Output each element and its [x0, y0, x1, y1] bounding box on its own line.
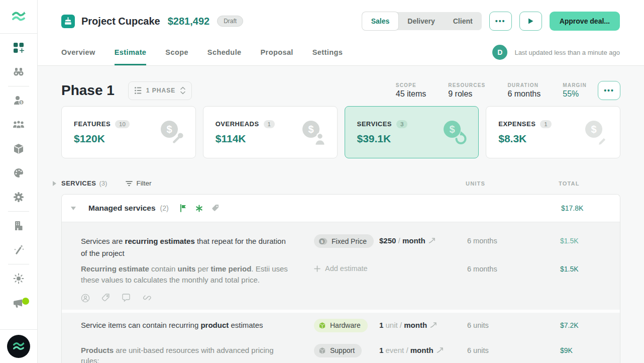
grid-plus-icon — [13, 42, 25, 54]
sidebar-item-settings[interactable] — [0, 185, 37, 209]
sidebar-item-branding[interactable] — [0, 161, 37, 185]
stat-duration: DURATION 6 months — [507, 82, 541, 99]
total-cell: $1.5K — [560, 237, 620, 245]
flag-icon[interactable] — [180, 204, 187, 212]
dollar-refresh-icon: $ — [439, 118, 467, 146]
binoculars-icon — [13, 66, 25, 78]
group-row-managed-services[interactable]: Managed services (2) — [62, 195, 620, 222]
price-cell[interactable]: 1 event / month — [379, 346, 467, 354]
row-description: Service items can contain recurring prod… — [81, 320, 294, 331]
ellipsis-icon: ••• — [604, 87, 614, 94]
tab-settings[interactable]: Settings — [312, 48, 343, 65]
comment-icon[interactable] — [122, 294, 131, 302]
tab-proposal[interactable]: Proposal — [261, 48, 293, 65]
sidebar-item-theme[interactable] — [0, 266, 37, 291]
project-tabs: Overview Estimate Scope Schedule Proposa… — [61, 48, 343, 65]
play-button[interactable] — [519, 12, 542, 31]
app-logo[interactable] — [0, 0, 37, 34]
more-actions-button[interactable]: ••• — [489, 12, 512, 31]
card-features[interactable]: FEATURES 10 $120K $ — [61, 106, 196, 158]
app-window: $ — [0, 0, 644, 363]
account-avatar[interactable] — [7, 335, 30, 358]
phase-stats: SCOPE 45 items RESOURCES 9 roles DURATIO… — [396, 82, 587, 99]
section-title: SERVICES — [61, 179, 96, 187]
phase-more-button[interactable]: ••• — [598, 81, 620, 100]
list-icon — [134, 86, 142, 95]
project-amount: $281,492 — [168, 16, 209, 27]
sidebar-item-projects[interactable] — [0, 36, 37, 60]
svg-text:$: $ — [321, 239, 324, 244]
mode-sales[interactable]: Sales — [362, 12, 399, 30]
cube-icon — [13, 143, 25, 155]
card-services[interactable]: SERVICES 3 $39.1K $ — [345, 106, 479, 158]
phase-selector[interactable]: 1 PHASE — [128, 81, 192, 100]
card-expenses[interactable]: EXPENSES 1 $8.3K $ — [486, 106, 620, 158]
add-estimate-button[interactable]: Add estimate — [314, 264, 467, 273]
sidebar-item-company[interactable] — [0, 214, 37, 238]
filter-button[interactable]: Filter — [126, 179, 151, 187]
status-badge: Draft — [217, 16, 243, 27]
tab-schedule[interactable]: Schedule — [207, 48, 242, 65]
row-description-secondary: Recurring estimate contain units per tim… — [81, 263, 294, 286]
price-cell[interactable]: $250 / month — [379, 236, 467, 245]
total-cell: $9K — [560, 346, 620, 354]
user-avatar[interactable]: D — [492, 45, 507, 60]
hardware-chip[interactable]: Hardware — [314, 319, 368, 332]
service-row-recurring: Services are recurring estimates that re… — [62, 222, 620, 310]
group-name: Managed services — [88, 204, 156, 213]
phase-selector-label: 1 PHASE — [146, 87, 175, 94]
palette-icon — [13, 167, 25, 179]
svg-text:$: $ — [166, 124, 172, 135]
svg-text:$: $ — [450, 124, 455, 135]
mode-delivery[interactable]: Delivery — [398, 12, 444, 30]
row-meta-actions — [62, 294, 620, 303]
approve-deal-button[interactable]: Approve deal... — [550, 12, 620, 31]
tag-icon[interactable] — [211, 204, 220, 212]
page-title: Project Cupcake — [81, 16, 160, 27]
link-icon[interactable] — [142, 294, 151, 303]
person-dollar-icon: $ — [13, 95, 25, 107]
stat-margin: MARGIN 55% — [563, 82, 587, 99]
tab-overview[interactable]: Overview — [61, 48, 95, 65]
section-count: (3) — [99, 179, 108, 187]
building-icon — [13, 220, 25, 232]
card-overheads[interactable]: OVERHEADS 1 $114K $ — [203, 106, 338, 158]
project-cake-icon — [61, 15, 75, 28]
count-badge: 1 — [264, 120, 275, 128]
expand-arrow-icon[interactable] — [71, 207, 76, 210]
units-cell: 6 months — [467, 237, 560, 245]
asterisk-icon[interactable] — [195, 205, 203, 212]
play-icon — [527, 18, 534, 25]
mode-client[interactable]: Client — [444, 12, 482, 30]
stat-resources: RESOURCES 9 roles — [448, 82, 485, 99]
sidebar-nav: $ — [0, 34, 37, 329]
support-chip[interactable]: Support — [314, 344, 362, 357]
sun-icon — [13, 273, 25, 285]
sidebar-item-automation[interactable] — [0, 238, 37, 262]
units-cell: 6 units — [467, 321, 560, 329]
wand-icon — [13, 244, 25, 256]
sidebar-item-rates[interactable]: $ — [0, 88, 37, 113]
tag-icon[interactable] — [101, 294, 110, 302]
sidebar-item-team[interactable] — [0, 113, 37, 137]
dollar-pencil-icon: $ — [581, 118, 609, 146]
sidebar-item-announcements[interactable] — [0, 291, 37, 315]
person-circle-icon[interactable] — [81, 294, 90, 303]
tab-scope[interactable]: Scope — [165, 48, 188, 65]
mode-switcher: Sales Delivery Client — [362, 12, 482, 30]
sidebar-item-search[interactable] — [0, 60, 37, 84]
fixed-price-chip[interactable]: $ Fixed Price — [314, 234, 374, 248]
svg-text:$: $ — [591, 124, 596, 135]
price-cell[interactable]: 1 unit / month — [379, 321, 467, 329]
tab-estimate[interactable]: Estimate — [115, 48, 147, 65]
notification-dot — [22, 298, 29, 305]
collapse-arrow-icon[interactable] — [53, 181, 56, 186]
waves-avatar-icon — [12, 341, 25, 352]
units-cell: 6 units — [467, 346, 560, 354]
phase-title: Phase 1 — [61, 82, 115, 99]
sidebar-item-products[interactable] — [0, 137, 37, 161]
services-table: Managed services (2) — [61, 194, 620, 363]
main-column: Project Cupcake $281,492 Draft Sales Del… — [38, 0, 644, 363]
row-description-secondary: Products are unit-based resources with a… — [81, 345, 294, 363]
sidebar-divider — [8, 86, 29, 86]
